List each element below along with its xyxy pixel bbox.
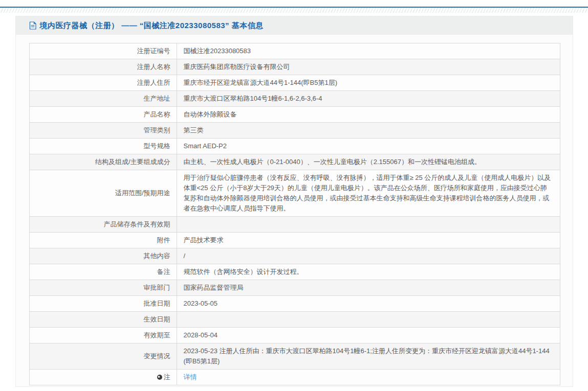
row-value: / bbox=[177, 248, 560, 264]
row-label: 其他内容 bbox=[29, 248, 177, 264]
row-label: 注 bbox=[29, 370, 177, 385]
table-row: 其他内容 / bbox=[29, 248, 560, 264]
details-link[interactable]: 详情 bbox=[184, 373, 197, 381]
row-value: 重庆医药集团席勒医疗设备有限公司 bbox=[177, 59, 560, 75]
row-label: 变更情况 bbox=[29, 343, 177, 370]
top-whitespace bbox=[0, 0, 588, 7]
table-row: 注册人住所 重庆市经开区迎龙镇富源大道44号1-144(即B5第1层) bbox=[29, 75, 560, 91]
table-row: 注册人名称 重庆医药集团席勒医疗设备有限公司 bbox=[29, 59, 560, 75]
row-value: 重庆市大渡口区翠柏路104号1幢6-1,6-2,6-3,6-4 bbox=[177, 91, 560, 107]
table-row: 变更情况 2023-05-23 注册人住所由：重庆市大渡口区翠柏路104号1幢6… bbox=[29, 343, 560, 370]
row-value: 用于治疗疑似心脏骤停患者（没有反应、没有呼吸、没有脉搏），适用于体重≥ 25 公… bbox=[177, 170, 560, 217]
row-label: 生效日期 bbox=[29, 312, 177, 328]
row-value: 2023-05-23 注册人住所由：重庆市大渡口区翠柏路104号1幢6-1;注册… bbox=[177, 343, 560, 370]
row-value: 详情 bbox=[177, 370, 560, 385]
row-value: 由主机、一次性成人电极片（0-21-0040）、一次性儿童电极片（2.15506… bbox=[177, 154, 560, 170]
row-label: 生产地址 bbox=[29, 91, 177, 107]
table-row: 结构及组成/主要组成成分 由主机、一次性成人电极片（0-21-0040）、一次性… bbox=[29, 154, 560, 170]
page-title: 境内医疗器械（注册） —— “国械注准20233080583” 基本信息 bbox=[40, 21, 264, 31]
table-row: 注 详情 bbox=[29, 370, 560, 385]
registration-info-table: 注册证编号 国械注准20233080583 注册人名称 重庆医药集团席勒医疗设备… bbox=[29, 43, 560, 385]
row-label: 管理类别 bbox=[29, 123, 177, 139]
row-value: Smart AED-P2 bbox=[177, 139, 560, 154]
diagonal-hatch-band bbox=[0, 8, 588, 13]
row-label: 审批部门 bbox=[29, 280, 177, 296]
row-value: 国械注准20233080583 bbox=[177, 43, 560, 59]
row-value: 产品技术要求 bbox=[177, 233, 560, 248]
row-value bbox=[177, 312, 560, 328]
table-row: 有效期至 2028-05-04 bbox=[29, 328, 560, 343]
row-label: 注册人住所 bbox=[29, 75, 177, 91]
bullet-dot-icon bbox=[157, 375, 162, 380]
table-row: 型号规格 Smart AED-P2 bbox=[29, 139, 560, 154]
table-row: 生产地址 重庆市大渡口区翠柏路104号1幢6-1,6-2,6-3,6-4 bbox=[29, 91, 560, 107]
row-label: 产品储存条件及有效期 bbox=[29, 217, 177, 233]
row-label: 适用范围/预期用途 bbox=[29, 170, 177, 217]
table-row: 产品储存条件及有效期 bbox=[29, 217, 560, 233]
table-row: 生效日期 bbox=[29, 312, 560, 328]
row-value: 2028-05-04 bbox=[177, 328, 560, 343]
row-value: 重庆市经开区迎龙镇富源大道44号1-144(即B5第1层) bbox=[177, 75, 560, 91]
row-value: 第三类 bbox=[177, 123, 560, 139]
table-row: 备注 规范软件（含网络安全）设计开发过程。 bbox=[29, 264, 560, 280]
row-label: 附件 bbox=[29, 233, 177, 248]
row-label: 结构及组成/主要组成成分 bbox=[29, 154, 177, 170]
row-value: 2023-05-05 bbox=[177, 296, 560, 312]
row-label: 注册证编号 bbox=[29, 43, 177, 59]
row-label: 产品名称 bbox=[29, 107, 177, 123]
table-row: 批准日期 2023-05-05 bbox=[29, 296, 560, 312]
row-label: 备注 bbox=[29, 264, 177, 280]
document-icon bbox=[29, 21, 36, 30]
row-value: 规范软件（含网络安全）设计开发过程。 bbox=[177, 264, 560, 280]
row-label: 有效期至 bbox=[29, 328, 177, 343]
table-row: 适用范围/预期用途 用于治疗疑似心脏骤停患者（没有反应、没有呼吸、没有脉搏），适… bbox=[29, 170, 560, 217]
table-row: 审批部门 国家药品监督管理局 bbox=[29, 280, 560, 296]
table-row: 管理类别 第三类 bbox=[29, 123, 560, 139]
row-label: 批准日期 bbox=[29, 296, 177, 312]
registration-info-panel: 境内医疗器械（注册） —— “国械注准20233080583” 基本信息 注册证… bbox=[15, 16, 573, 387]
panel-header: 境内医疗器械（注册） —— “国械注准20233080583” 基本信息 bbox=[16, 16, 573, 35]
row-label: 注册人名称 bbox=[29, 59, 177, 75]
table-row: 产品名称 自动体外除颤设备 bbox=[29, 107, 560, 123]
row-value: 自动体外除颤设备 bbox=[177, 107, 560, 123]
row-label: 型号规格 bbox=[29, 139, 177, 154]
info-table-body: 注册证编号 国械注准20233080583 注册人名称 重庆医药集团席勒医疗设备… bbox=[29, 43, 560, 385]
row-value: 国家药品监督管理局 bbox=[177, 280, 560, 296]
table-row: 附件 产品技术要求 bbox=[29, 233, 560, 248]
table-row: 注册证编号 国械注准20233080583 bbox=[29, 43, 560, 59]
row-value bbox=[177, 217, 560, 233]
